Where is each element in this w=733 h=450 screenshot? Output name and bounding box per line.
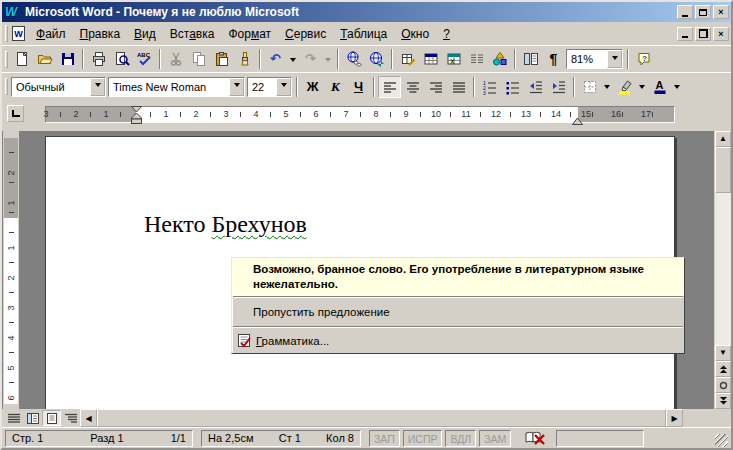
copy-button[interactable] xyxy=(187,48,210,70)
align-left-button[interactable] xyxy=(378,76,401,98)
next-page-button[interactable] xyxy=(715,393,731,409)
tables-and-borders-button[interactable] xyxy=(396,48,419,70)
standard-toolbar-grip[interactable] xyxy=(5,51,8,68)
increase-indent-button[interactable] xyxy=(547,76,570,98)
status-toggle[interactable]: ЗАП xyxy=(369,430,400,447)
maximize-button[interactable] xyxy=(695,5,711,19)
menu-insert[interactable]: Вставка xyxy=(163,24,222,44)
document-workspace[interactable]: 21 123456 Некто Брехунов Возможно, бранн… xyxy=(2,131,714,409)
document-map-button[interactable] xyxy=(519,48,542,70)
help-button[interactable]: ? xyxy=(632,48,655,70)
doc-minimize-button[interactable] xyxy=(677,27,693,41)
cut-button[interactable] xyxy=(164,48,187,70)
menu-format[interactable]: Формат xyxy=(221,24,278,44)
zoom-dropdown-button[interactable] xyxy=(607,50,622,68)
print-button[interactable] xyxy=(87,48,110,70)
select-browse-object-button[interactable] xyxy=(715,377,731,393)
italic-button[interactable]: К xyxy=(324,76,347,98)
zoom-combo[interactable]: 81% xyxy=(566,49,623,69)
undo-button[interactable]: ↶ xyxy=(264,48,287,70)
menu-file[interactable]: Файл xyxy=(29,24,73,44)
menu-table[interactable]: Таблица xyxy=(333,24,394,44)
align-center-button[interactable] xyxy=(401,76,424,98)
vertical-scroll-thumb[interactable] xyxy=(715,147,731,193)
outline-view-button[interactable] xyxy=(61,410,80,426)
status-toggle[interactable]: ВДЛ xyxy=(445,430,476,447)
font-combo[interactable]: Times New Roman xyxy=(108,77,245,97)
horizontal-ruler[interactable]: 321 1234567891011121314 151617 xyxy=(45,106,675,123)
borders-dropdown-button[interactable] xyxy=(601,76,613,98)
drawing-button[interactable] xyxy=(488,48,511,70)
font-color-dropdown-button[interactable] xyxy=(671,76,683,98)
status-toggle[interactable]: ИСПР xyxy=(403,430,443,447)
horizontal-scroll-thumb[interactable] xyxy=(97,409,666,427)
formatting-toolbar-grip[interactable] xyxy=(5,78,8,95)
columns-button[interactable] xyxy=(465,48,488,70)
font-size-combo[interactable]: 22 xyxy=(247,77,292,97)
insert-excel-worksheet-button[interactable]: X xyxy=(442,48,465,70)
spelling-grammar-button[interactable]: ABC xyxy=(133,48,156,70)
menu-tools[interactable]: Сервис xyxy=(278,24,333,44)
document-text[interactable]: Некто Брехунов xyxy=(144,211,307,238)
open-button[interactable] xyxy=(33,48,56,70)
close-button[interactable]: × xyxy=(713,5,729,19)
scroll-down-button[interactable]: ▼ xyxy=(715,345,731,361)
minimize-button[interactable] xyxy=(677,5,693,19)
normal-view-button[interactable] xyxy=(4,410,23,426)
align-right-button[interactable] xyxy=(424,76,447,98)
menu-edit[interactable]: Правка xyxy=(73,24,128,44)
resize-grip[interactable] xyxy=(715,434,728,447)
status-toggle[interactable]: ЗАМ xyxy=(479,430,511,447)
grammar-flagged-word[interactable]: Брехунов xyxy=(212,211,307,237)
show-paragraph-marks-button[interactable]: ¶ xyxy=(542,48,565,70)
web-toolbar-button[interactable] xyxy=(365,48,388,70)
document-icon[interactable]: W xyxy=(12,26,25,41)
doc-restore-button[interactable] xyxy=(695,27,711,41)
paste-button[interactable] xyxy=(210,48,233,70)
highlight-button[interactable] xyxy=(613,76,636,98)
print-preview-button[interactable] xyxy=(110,48,133,70)
insert-hyperlink-button[interactable] xyxy=(342,48,365,70)
tab-selector-button[interactable] xyxy=(7,105,24,122)
font-size-dropdown-button[interactable] xyxy=(276,78,291,96)
redo-dropdown-button[interactable] xyxy=(322,48,334,70)
menubar-grip[interactable] xyxy=(5,25,8,42)
highlight-dropdown-button[interactable] xyxy=(636,76,648,98)
menu-item-grammar[interactable]: Грамматика... xyxy=(232,328,684,353)
vertical-scrollbar[interactable]: ▲ ▼ xyxy=(714,131,731,409)
previous-page-button[interactable] xyxy=(715,361,731,377)
underline-button[interactable]: Ч xyxy=(347,76,370,98)
font-dropdown-button[interactable] xyxy=(229,78,244,96)
save-button[interactable] xyxy=(56,48,79,70)
web-layout-view-button[interactable] xyxy=(23,410,42,426)
font-color-button[interactable]: А xyxy=(648,76,671,98)
borders-button[interactable] xyxy=(578,76,601,98)
vertical-scroll-track[interactable] xyxy=(715,193,731,345)
print-layout-view-button[interactable] xyxy=(42,410,61,426)
insert-table-button[interactable] xyxy=(419,48,442,70)
undo-dropdown-button[interactable] xyxy=(287,48,299,70)
menu-view[interactable]: Вид xyxy=(127,24,163,44)
scroll-right-button[interactable]: ▶ xyxy=(666,409,683,427)
vertical-ruler[interactable]: 21 123456 xyxy=(3,131,19,409)
style-combo[interactable]: Обычный xyxy=(11,77,106,97)
scroll-left-button[interactable]: ◀ xyxy=(80,409,97,427)
indent-markers[interactable] xyxy=(131,106,142,124)
word-logo-icon[interactable]: W xyxy=(5,5,21,19)
style-dropdown-button[interactable] xyxy=(90,78,105,96)
justify-button[interactable] xyxy=(447,76,470,98)
bulleted-list-button[interactable] xyxy=(501,76,524,98)
menu-item-skip-sentence[interactable]: Пропустить предложение xyxy=(232,298,684,326)
scroll-up-button[interactable]: ▲ xyxy=(715,131,731,147)
spelling-status-indicator[interactable] xyxy=(520,430,550,447)
menu-help[interactable]: ? xyxy=(436,24,457,44)
new-document-button[interactable] xyxy=(10,48,33,70)
menu-window[interactable]: Окно xyxy=(394,24,436,44)
numbered-list-button[interactable]: 123 xyxy=(478,76,501,98)
doc-close-button[interactable]: × xyxy=(713,27,729,41)
bold-button[interactable]: Ж xyxy=(301,76,324,98)
decrease-indent-button[interactable] xyxy=(524,76,547,98)
format-painter-button[interactable] xyxy=(233,48,256,70)
redo-button[interactable]: ↷ xyxy=(299,48,322,70)
right-indent-marker[interactable] xyxy=(572,115,583,124)
